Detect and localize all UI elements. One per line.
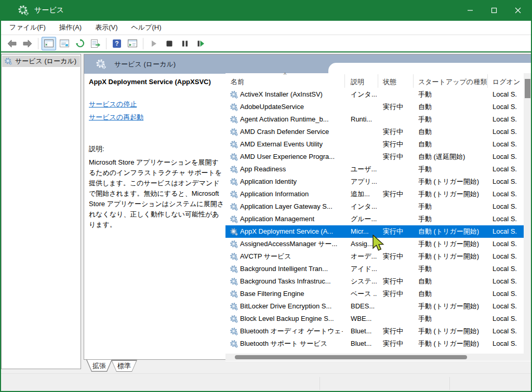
service-name: AVCTP サービス	[240, 250, 343, 263]
horizontal-scrollbar-thumb[interactable]	[235, 355, 467, 359]
menu-file[interactable]: ファイル(F)	[4, 21, 51, 34]
service-gear-icon	[230, 340, 238, 348]
tab-standard[interactable]: 標準	[111, 360, 137, 372]
service-name: AppX Deployment Service (A...	[240, 225, 343, 238]
service-row[interactable]: Bluetooth サポート サービス Bluet... 実行中 手動 (トリガ…	[225, 337, 524, 350]
service-row[interactable]: Agent Activation Runtime_b... Runti... 手…	[225, 113, 524, 126]
column-divider[interactable]	[413, 74, 414, 88]
menu-help[interactable]: ヘルプ(H)	[126, 21, 167, 34]
show-console-tree-button[interactable]	[42, 37, 56, 50]
maximize-button[interactable]	[482, 0, 506, 21]
service-row[interactable]: Block Level Backup Engine S... WBE... 手動…	[225, 313, 524, 325]
service-row[interactable]: Application Layer Gateway S... インタ... 手動…	[225, 200, 524, 213]
service-status	[383, 163, 412, 175]
vertical-scrollbar[interactable]	[524, 73, 531, 354]
service-startup: 自動	[418, 275, 486, 288]
column-header-name[interactable]: 名前	[231, 77, 244, 87]
service-name: AdobeUpdateService	[240, 101, 343, 113]
service-name: Base Filtering Engine	[240, 288, 343, 300]
service-row[interactable]: ActiveX Installer (AxInstSV) インタ... 手動 L…	[225, 88, 524, 101]
service-row[interactable]: AdobeUpdateService 実行中 自動 Local S.	[225, 101, 524, 113]
column-divider[interactable]	[487, 74, 488, 88]
service-name: Application Identity	[240, 175, 343, 188]
service-row[interactable]: App Readiness ユーザ... 手動 Local S.	[225, 163, 524, 175]
service-startup: 自動 (トリガー開始)	[418, 225, 486, 238]
service-row[interactable]: Application Management グルー... 手動 Local S…	[225, 213, 524, 225]
service-row[interactable]: AMD Crash Defender Service 実行中 自動 Local …	[225, 126, 524, 138]
service-gear-icon	[230, 128, 238, 137]
stop-service-button[interactable]	[162, 37, 177, 50]
service-logon: Local S.	[493, 313, 524, 325]
service-startup: 手動 (トリガー開始)	[418, 238, 486, 250]
list-header: ^ 名前 説明 状態 スタートアップの種類 ログオン	[225, 73, 524, 88]
service-status: 実行中	[383, 188, 412, 200]
service-status: 実行中	[383, 275, 412, 288]
service-startup: 手動 (トリガー開始)	[418, 250, 486, 263]
restart-service-button[interactable]	[193, 37, 208, 50]
properties-button[interactable]	[57, 37, 72, 50]
service-logon: Local S.	[493, 263, 524, 275]
close-button[interactable]	[506, 0, 530, 21]
pause-service-button[interactable]	[178, 37, 192, 50]
back-button[interactable]	[5, 37, 19, 50]
service-startup: 手動 (トリガー開始)	[418, 188, 486, 200]
menu-view[interactable]: 表示(V)	[90, 21, 123, 34]
service-startup: 手動 (トリガー開始)	[418, 325, 486, 337]
service-status	[383, 175, 412, 188]
service-desc: WBE...	[351, 313, 377, 325]
statusbar-divider	[320, 377, 320, 390]
start-service-button[interactable]	[147, 37, 161, 50]
column-divider[interactable]	[344, 74, 345, 88]
show-action-pane-button[interactable]	[125, 37, 140, 50]
service-row[interactable]: Background Intelligent Tran... アイド... 手動…	[225, 263, 524, 275]
help-button[interactable]: ?	[110, 37, 124, 50]
service-row[interactable]: Background Tasks Infrastruc... システ... 実行…	[225, 275, 524, 288]
service-row[interactable]: AVCTP サービス オーデ... 実行中 手動 (トリガー開始) Local …	[225, 250, 524, 263]
service-logon: Local S.	[493, 138, 524, 151]
service-status: 実行中	[383, 250, 412, 263]
service-row[interactable]: Application Information 追加... 実行中 手動 (トリ…	[225, 188, 524, 200]
forward-icon	[23, 39, 32, 48]
service-logon: Local S.	[493, 225, 524, 238]
column-header-status[interactable]: 状態	[383, 77, 396, 87]
column-header-startup[interactable]: スタートアップの種類	[418, 77, 487, 87]
tab-extended[interactable]: 拡張	[86, 360, 112, 372]
show-action-pane-icon	[128, 39, 137, 47]
service-row[interactable]: AMD User Experience Progra... 実行中 自動 (遅延…	[225, 151, 524, 163]
service-logon: Local S.	[493, 213, 524, 225]
column-divider[interactable]	[378, 74, 378, 88]
column-header-desc[interactable]: 説明	[351, 77, 364, 87]
status-bar	[1, 373, 531, 391]
service-name: Background Intelligent Tran...	[240, 263, 343, 275]
service-logon: Local S.	[493, 238, 524, 250]
service-row[interactable]: Base Filtering Engine ベース ... 実行中 自動 Loc…	[225, 288, 524, 300]
vertical-scrollbar-thumb[interactable]	[525, 79, 530, 98]
refresh-button[interactable]	[73, 37, 87, 50]
service-gear-icon	[230, 240, 238, 249]
forward-button[interactable]	[20, 37, 35, 50]
horizontal-scrollbar[interactable]	[225, 354, 524, 361]
minimize-button[interactable]	[458, 0, 482, 21]
export-list-button[interactable]	[88, 37, 103, 50]
service-desc: ベース ...	[351, 288, 377, 300]
service-status	[383, 88, 412, 101]
service-startup: 手動	[418, 263, 486, 275]
back-icon	[7, 39, 17, 48]
tree-item-services-local[interactable]: サービス (ローカル)	[2, 56, 80, 67]
services-list: ^ 名前 説明 状態 スタートアップの種類 ログオン ActiveX Insta…	[225, 73, 531, 361]
service-row[interactable]: AMD External Events Utility 実行中 自動 Local…	[225, 138, 524, 151]
service-gear-icon	[230, 277, 238, 286]
service-row[interactable]: Bluetooth オーディオ ゲートウェイ... Bluet... 実行中 手…	[225, 325, 524, 337]
service-desc: Runti...	[351, 113, 377, 126]
titlebar: サービス	[0, 0, 532, 21]
service-row[interactable]: Application Identity アプリ... 手動 (トリガー開始) …	[225, 175, 524, 188]
help-icon: ?	[113, 39, 121, 48]
restart-service-link[interactable]: サービスの再起動	[89, 113, 225, 122]
service-logon: Local S.	[493, 151, 524, 163]
column-header-logon[interactable]: ログオン	[493, 77, 520, 87]
service-row[interactable]: BitLocker Drive Encryption S... BDES... …	[225, 300, 524, 313]
service-status: 実行中	[383, 138, 412, 151]
menu-action[interactable]: 操作(A)	[54, 21, 87, 34]
stop-service-link[interactable]: サービスの停止	[89, 100, 225, 109]
service-logon: Local S.	[493, 188, 524, 200]
